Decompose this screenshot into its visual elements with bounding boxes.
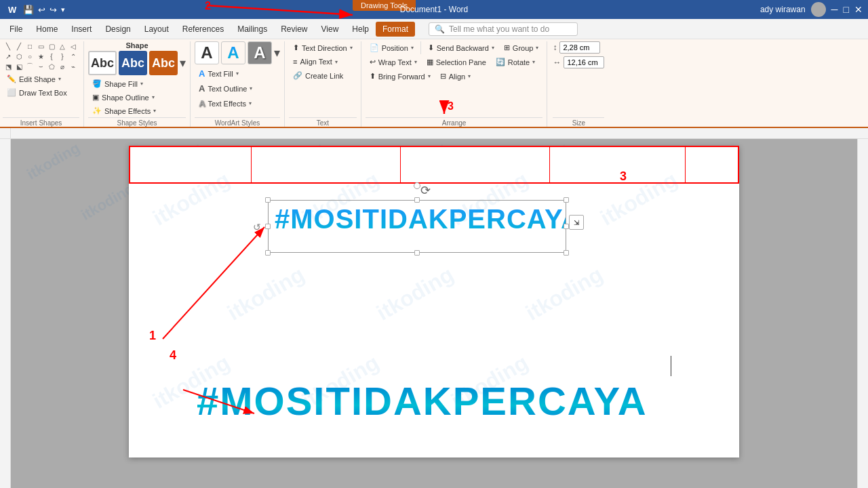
shape-s3[interactable]: ⌒ <box>24 62 35 71</box>
shape-s6[interactable]: ⌀ <box>57 62 68 71</box>
send-backward-button[interactable]: ⬇ Send Backward ▾ <box>424 41 498 54</box>
shape-roundrect[interactable]: ▢ <box>46 41 57 51</box>
page-canvas[interactable]: itkoding itkoding itkoding itkoding itko… <box>11 139 857 488</box>
shape-s4[interactable]: ⌣ <box>35 62 46 71</box>
handle-tc[interactable] <box>414 197 420 203</box>
rotate-handle[interactable] <box>414 182 420 189</box>
menu-format[interactable]: Format <box>376 22 415 37</box>
user-avatar <box>811 2 826 17</box>
shape-rect2[interactable]: ▭ <box>35 41 46 51</box>
close-icon[interactable]: ✕ <box>854 4 863 15</box>
shape-rtri[interactable]: ◁ <box>68 41 79 51</box>
shape-tri[interactable]: △ <box>57 41 68 51</box>
shape-s2[interactable]: ⬕ <box>14 62 24 71</box>
rotate-icon: 🔄 <box>496 58 505 66</box>
handle-br[interactable] <box>564 250 569 256</box>
shape-arrow1[interactable]: ↗ <box>3 52 14 61</box>
menu-references[interactable]: References <box>176 22 231 37</box>
shape-curly2[interactable]: } <box>57 52 68 61</box>
shape-circle[interactable]: ○ <box>24 52 35 61</box>
align-button[interactable]: ⊟ Align ▾ <box>436 70 475 83</box>
wordart-text-bottom[interactable]: #MOSITIDAKPERCAYA <box>197 378 648 424</box>
wordart-sample-1[interactable]: A <box>195 41 219 64</box>
sidebar-left <box>0 139 11 488</box>
menu-home[interactable]: Home <box>29 22 64 37</box>
shape-star[interactable]: ★ <box>35 52 46 61</box>
menu-file[interactable]: File <box>3 22 29 37</box>
rotate-button[interactable]: 🔄 Rotate ▾ <box>492 56 539 68</box>
text-effects-button[interactable]: A Text Effects ▾ <box>195 96 280 110</box>
edit-handle[interactable]: ⇲ <box>569 215 584 230</box>
save-icon[interactable]: 💾 <box>23 5 34 15</box>
more-icon[interactable]: ▾ <box>61 5 65 14</box>
insert-shapes-buttons: ✏️ Edit Shape ▾ ⬜ Draw Text Box <box>3 73 79 99</box>
selection-pane-button[interactable]: ▦ Selection Pane <box>422 56 490 68</box>
wrap-text-button[interactable]: ↩ Wrap Text ▾ <box>366 56 421 68</box>
shape-line2[interactable]: ╱ <box>14 41 24 51</box>
menu-layout[interactable]: Layout <box>138 22 176 37</box>
page-wm-5: itkoding <box>223 262 309 325</box>
handle-bl[interactable] <box>265 250 271 256</box>
text-group: ⬆ Text Direction ▾ ≡ Align Text ▾ 🔗 Crea… <box>285 41 361 127</box>
width-input[interactable] <box>564 56 604 68</box>
rotate-handle-icon[interactable]: ⟳ <box>420 183 431 198</box>
text-outline-button[interactable]: A Text Outline ▾ <box>195 81 280 96</box>
shape-s5[interactable]: ⬠ <box>46 62 57 71</box>
scrollbar-right[interactable] <box>857 139 868 488</box>
minimize-icon[interactable]: ─ <box>831 4 838 15</box>
handle-bc[interactable] <box>414 250 420 256</box>
handle-ml[interactable] <box>265 224 271 229</box>
arrange-row2: ↩ Wrap Text ▾ ▦ Selection Pane 🔄 Rotate … <box>366 56 543 68</box>
ribbon: ╲ ╱ □ ▭ ▢ △ ◁ ↗ ⬡ ○ ★ { } ⌃ ⬔ ⬕ ⌒ ⌣ ⬠ ⌀ … <box>0 39 868 128</box>
ruler-h <box>11 128 868 138</box>
handle-mr[interactable] <box>564 224 569 229</box>
position-icon: 📄 <box>370 43 379 52</box>
style-sample-1[interactable]: Abc <box>88 51 117 75</box>
position-button[interactable]: 📄 Position ▾ <box>366 41 418 54</box>
height-input[interactable] <box>559 41 600 54</box>
selection-border <box>268 200 566 253</box>
menu-mailings[interactable]: Mailings <box>231 22 274 37</box>
menu-help[interactable]: Help <box>345 22 376 37</box>
text-options: A Text Fill ▾ A Text Outline ▾ A Text Ef… <box>195 66 280 110</box>
wordart-textbox-selected[interactable]: #MOSITIDAKPERCAYA ⇲ ↺ <box>268 200 566 253</box>
create-link-button[interactable]: 🔗 Create Link <box>289 69 357 82</box>
shape-outline-button[interactable]: ▣ Shape Outline ▾ <box>88 91 186 104</box>
shape-fill-button[interactable]: 🪣 Shape Fill ▾ <box>88 77 186 90</box>
style-sample-2[interactable]: Abc <box>119 51 147 75</box>
shape-line[interactable]: ╲ <box>3 41 14 51</box>
menu-review[interactable]: Review <box>274 22 314 37</box>
menu-view[interactable]: View <box>315 22 346 37</box>
search-bar[interactable]: 🔍 Tell me what you want to do <box>429 22 578 36</box>
edit-shape-button[interactable]: ✏️ Edit Shape ▾ <box>3 73 79 85</box>
menu-insert[interactable]: Insert <box>64 22 98 37</box>
text-direction-button[interactable]: ⬆ Text Direction ▾ <box>289 41 357 54</box>
shape-arrow2[interactable]: ⬡ <box>14 52 24 61</box>
redo-icon[interactable]: ↪ <box>50 5 57 15</box>
handle-tr[interactable] <box>564 197 569 203</box>
undo-icon[interactable]: ↩ <box>38 5 45 15</box>
shape-s7[interactable]: ⌁ <box>68 62 79 71</box>
restore-icon[interactable]: □ <box>844 4 849 15</box>
menu-design[interactable]: Design <box>98 22 137 37</box>
draw-textbox-button[interactable]: ⬜ Draw Text Box <box>3 86 79 99</box>
align-text-button[interactable]: ≡ Align Text ▾ <box>289 56 357 68</box>
wordart-sample-3[interactable]: A <box>248 41 272 64</box>
page[interactable]: itkoding itkoding itkoding itkoding itko… <box>129 146 739 458</box>
group-button[interactable]: ⊞ Group ▾ <box>500 41 543 54</box>
left-rotate[interactable]: ↺ <box>253 222 261 232</box>
more-styles-arrow[interactable]: ▾ <box>180 56 186 70</box>
shape-curly[interactable]: { <box>46 52 57 61</box>
handle-tl[interactable] <box>265 197 271 203</box>
red-selection-top <box>129 146 739 184</box>
wordart-more-arrow[interactable]: ▾ <box>274 45 280 60</box>
shape-rect[interactable]: □ <box>24 41 35 51</box>
shape-effects-button[interactable]: ✨ Shape Effects ▾ <box>88 104 186 117</box>
style-sample-3[interactable]: Abc <box>149 51 178 75</box>
bring-forward-button[interactable]: ⬆ Bring Forward ▾ <box>366 70 435 83</box>
text-fill-button[interactable]: A Text Fill ▾ <box>195 66 280 81</box>
shape-s1[interactable]: ⬔ <box>3 62 14 71</box>
shape-styles-title: Shape <box>88 41 186 49</box>
shape-chevron[interactable]: ⌃ <box>68 52 79 61</box>
wordart-sample-2[interactable]: A <box>221 41 245 64</box>
